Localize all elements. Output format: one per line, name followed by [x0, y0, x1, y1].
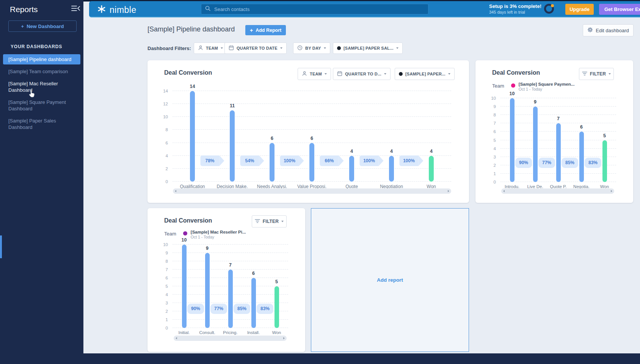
filter-granularity-dropdown[interactable]: BY DAY — [293, 42, 330, 54]
chart-horizontal-scrollbar[interactable] — [501, 188, 614, 194]
nimble-logo[interactable]: nimble — [97, 4, 136, 16]
bar-live-de — [533, 107, 538, 182]
setup-progress-ring[interactable] — [544, 4, 554, 14]
conversion-badge: 77% — [538, 158, 555, 168]
chevron-down-icon — [609, 73, 611, 75]
gridline: 8 — [173, 129, 451, 130]
card-filter-pipeline-label: [SAMPLE] PAPER... — [405, 72, 445, 76]
bar-value-label: 7 — [557, 116, 560, 121]
y-tick-label: 14 — [163, 89, 168, 93]
sidebar-item-team-comparison[interactable]: [Sample] Team comparison — [3, 66, 80, 77]
legend-series-name: [Sample] Mac Reseller Pi... — [191, 230, 246, 234]
scroll-left-icon — [175, 190, 176, 192]
reports-sidebar: Reports + New Dashboard YOUR DASHBOARDS … — [0, 0, 83, 364]
legend-team-label: Team — [492, 83, 504, 89]
conversion-badge-arrow-tip — [259, 155, 264, 166]
card-filter-team-label: TEAM — [310, 72, 322, 76]
scroll-left-icon — [176, 337, 177, 339]
filter-team-label: TEAM — [206, 46, 218, 50]
setup-progress-ring-dot — [551, 4, 554, 7]
card-filter-pipeline-dropdown[interactable]: [SAMPLE] PAPER... — [395, 68, 455, 80]
get-browser-extension-button[interactable]: Get Browser Exte — [599, 4, 640, 15]
card-filter-team-dropdown[interactable]: TEAM — [298, 68, 331, 80]
collapse-sidebar-button[interactable] — [71, 5, 80, 12]
gridline: 10 — [173, 116, 451, 117]
conversion-badge: 77% — [210, 304, 227, 314]
deal-conversion-card-main: Deal Conversion TEAM QUARTER TO D... [SA… — [147, 60, 469, 203]
chevron-down-icon — [221, 47, 223, 49]
bar-negotiation — [389, 156, 394, 182]
conversion-badge-text: 85% — [234, 304, 250, 314]
conversion-badge-text: 90% — [187, 304, 204, 314]
app-window: Reports + New Dashboard YOUR DASHBOARDS … — [0, 0, 640, 364]
nimble-logo-icon — [97, 4, 107, 16]
y-tick-label: 12 — [163, 102, 168, 106]
new-dashboard-button[interactable]: + New Dashboard — [8, 20, 77, 32]
chevron-down-icon — [325, 73, 327, 75]
bar-value-label: 6 — [311, 136, 313, 141]
edit-dashboard-button[interactable]: Edit dashboard — [583, 24, 634, 36]
bar-pricing — [228, 270, 233, 328]
conversion-badge: 85% — [234, 304, 250, 314]
gridline: 9 — [500, 106, 616, 107]
conversion-badge-text: 83% — [257, 304, 273, 314]
window-bottom-edge — [83, 353, 640, 364]
nimble-logo-text: nimble — [110, 5, 136, 15]
bar-value-label: 5 — [603, 133, 606, 138]
conversion-badge-text: 77% — [538, 158, 555, 168]
gridline: 8 — [173, 261, 288, 261]
page-title: [Sample] Pipeline dashboard — [147, 25, 235, 33]
y-tick-label: 10 — [491, 96, 496, 100]
bar-negotia — [579, 132, 584, 182]
bar-value-label: 5 — [275, 279, 278, 284]
filter-team-dropdown[interactable]: TEAM — [194, 42, 227, 54]
add-report-placeholder[interactable]: Add report — [311, 208, 469, 352]
filter-date-range-dropdown[interactable]: QUARTER TO DATE — [224, 42, 287, 54]
calendar-icon — [229, 45, 234, 51]
sidebar-item-pipeline-dashboard[interactable]: [Sample] Pipeline dashboard — [3, 54, 80, 64]
clock-icon — [297, 45, 303, 51]
bar-won — [275, 286, 279, 328]
y-tick-label: 2 — [166, 309, 168, 314]
bar-qualification — [190, 91, 195, 182]
search-input[interactable] — [213, 6, 424, 13]
bar-won — [602, 140, 607, 182]
chart-horizontal-scrollbar[interactable] — [173, 188, 451, 194]
deal-conversion-chart: 0246810121414116644478%54%100%66%100%100… — [173, 91, 451, 190]
card-filter-date-dropdown[interactable]: QUARTER TO D... — [333, 68, 391, 80]
chart-plot-area: 0246810121414116644478%54%100%66%100%100… — [173, 91, 451, 182]
y-tick-label: 5 — [494, 138, 496, 143]
filter-button[interactable]: FILTER — [252, 215, 287, 228]
sidebar-scrollbar[interactable] — [0, 235, 2, 258]
conversion-badge: 100% — [280, 155, 304, 166]
conversion-badge-text: 54% — [240, 155, 259, 166]
chart-plot-area: 01234567891010976590%77%85%83% — [173, 245, 288, 328]
conversion-badge: 85% — [562, 158, 578, 168]
filter-date-range-label: QUARTER TO DATE — [237, 46, 278, 50]
gridline: 12 — [173, 104, 451, 104]
bar-initial — [182, 245, 187, 328]
filter-button[interactable]: FILTER — [579, 68, 614, 80]
x-category-label: Consult. — [199, 330, 215, 335]
trial-days-left: 345 days left in trial — [489, 10, 546, 14]
add-report-button[interactable]: + Add Report — [245, 25, 286, 35]
chart-horizontal-scrollbar[interactable] — [174, 336, 287, 341]
upgrade-button[interactable]: Upgrade — [565, 4, 594, 15]
calendar-icon — [337, 71, 342, 77]
conversion-badge: 83% — [257, 304, 273, 314]
conversion-badge-text: 90% — [515, 158, 532, 168]
sidebar-item-mac-reseller-dashboard[interactable]: [Sample] Mac Reseller Dashboard — [3, 78, 80, 95]
card-title: Deal Conversion — [164, 217, 212, 224]
y-tick-label: 7 — [494, 121, 496, 126]
bar-install — [251, 278, 256, 328]
legend-color-dot — [183, 231, 187, 235]
plus-icon: + — [250, 27, 253, 33]
conversion-badge: 66% — [320, 155, 344, 166]
sidebar-item-paper-sales-dashboard[interactable]: [Sample] Paper Sales Dashboard — [3, 116, 80, 132]
y-tick-label: 10 — [163, 115, 168, 119]
y-tick-label: 2 — [166, 166, 168, 171]
person-icon — [198, 45, 203, 51]
bar-value-label: 9 — [206, 246, 209, 251]
sidebar-item-square-payment-dashboard[interactable]: [Sample] Square Payment Dashboard — [3, 97, 80, 114]
filter-pipeline-dropdown[interactable]: [SAMPLE] PAPER SAL... — [333, 42, 403, 54]
